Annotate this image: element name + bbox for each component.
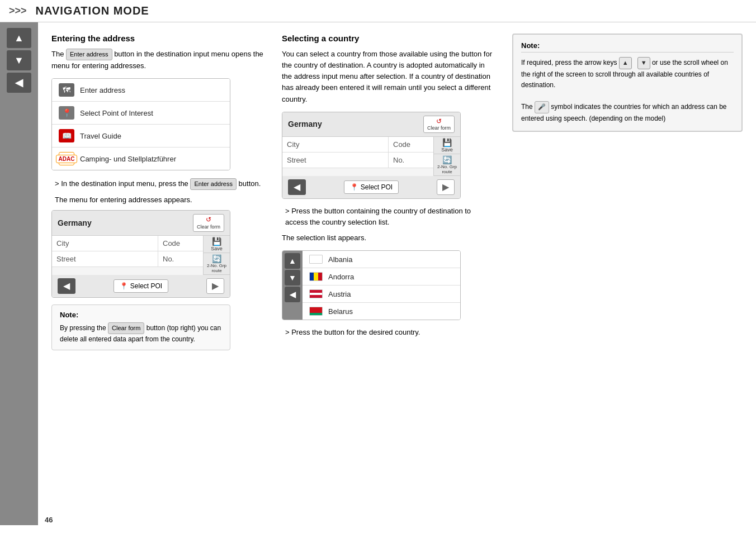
save-label: Save <box>211 246 223 251</box>
middle-nav-header: Germany ↺ Clear form <box>282 112 460 137</box>
clear-form-label: Clear form <box>197 224 220 230</box>
middle-poi-icon: 📍 <box>350 183 358 191</box>
austria-flag <box>309 289 323 298</box>
middle-save-label: Save <box>441 147 453 153</box>
belarus-flag <box>309 307 323 316</box>
left-nav-body: City Code Street No. 💾 Save <box>52 236 230 275</box>
left-select-poi-btn[interactable]: 📍 Select POI <box>114 279 168 293</box>
route-icon: 🔄 <box>212 254 221 263</box>
left-no-field[interactable]: No. <box>158 251 203 266</box>
country-list-items: Albania Andorra Austria Belarus <box>303 251 460 320</box>
left-clear-form-btn[interactable]: ↺ Clear form <box>193 214 224 231</box>
middle-body-text: You can select a country from those avai… <box>282 49 494 105</box>
middle-route-icon: 🔄 <box>442 155 452 164</box>
middle-route-btn[interactable]: 🔄 2-No. Grp route <box>434 154 460 176</box>
sidebar-up-btn[interactable]: ▲ <box>7 28 31 48</box>
right-note-line2: The 🎤 symbol indicates the countries for… <box>521 101 734 124</box>
save-icon: 💾 <box>212 237 221 246</box>
middle-route-label: 2-No. Grp route <box>435 164 459 174</box>
menu-item-adac-label: Camping- und Stellplatzführer <box>80 155 176 163</box>
arrow-up-key: ▲ <box>619 57 632 69</box>
arrow-down-key: ▼ <box>637 57 650 69</box>
left-street-row: Street No. <box>52 251 203 267</box>
start-icon: ▶ <box>212 280 219 291</box>
header-arrows: >>> <box>9 5 27 17</box>
press-button-text: button. <box>239 179 261 188</box>
menu-item-poi[interactable]: 📍 Select Point of Interest <box>52 102 230 125</box>
middle-section-title: Selecting a country <box>282 34 494 43</box>
col-right: Note: If required, press the arrow keys … <box>512 34 743 514</box>
country-list: ▲ ▼ ◀ Albania Andorra Austria <box>282 250 461 320</box>
col-middle: Selecting a country You can select a cou… <box>282 34 494 514</box>
left-nav-widget: Germany ↺ Clear form City Code Street <box>51 210 230 297</box>
left-note-box: Note: By pressing the Clear form button … <box>51 304 230 351</box>
enter-address-inline-btn[interactable]: Enter address <box>66 49 112 60</box>
left-code-field[interactable]: Code <box>158 236 203 251</box>
left-section-title: Entering the address <box>51 34 264 43</box>
andorra-name: Andorra <box>328 273 354 281</box>
menu-item-guide-label: Travel Guide <box>80 132 121 140</box>
middle-save-icon: 💾 <box>442 138 452 147</box>
country-item-austria[interactable]: Austria <box>303 285 460 303</box>
middle-clear-icon: ↺ <box>436 117 442 125</box>
middle-no-field[interactable]: No. <box>389 153 433 168</box>
poi-icon-small: 📍 <box>120 282 128 290</box>
select-poi-label: Select POI <box>130 282 162 290</box>
middle-street-row: Street No. <box>282 153 433 168</box>
left-city-row: City Code <box>52 236 203 251</box>
left-back-btn[interactable]: ◀ <box>58 278 75 294</box>
left-start-btn[interactable]: ▶ <box>206 278 224 294</box>
country-item-andorra[interactable]: Andorra <box>303 268 460 285</box>
middle-city-field[interactable]: City <box>282 137 389 152</box>
sidebar-down-btn[interactable]: ▼ <box>7 50 31 70</box>
enter-address-press-btn[interactable]: Enter address <box>190 178 236 190</box>
left-route-btn[interactable]: 🔄 2-No. Grp route <box>204 253 230 275</box>
clear-form-note-btn[interactable]: Clear form <box>108 322 144 334</box>
middle-back-btn[interactable]: ◀ <box>288 179 306 195</box>
main-layout: ▲ ▼ ◀ Entering the address The Enter add… <box>0 22 756 525</box>
clear-icon: ↺ <box>206 216 211 223</box>
left-save-btn[interactable]: 💾 Save <box>204 236 230 253</box>
country-list-down-btn[interactable]: ▼ <box>285 270 300 285</box>
country-list-back-btn[interactable]: ◀ <box>285 287 300 302</box>
middle-select-poi-btn[interactable]: 📍 Select POI <box>344 180 399 194</box>
poi-icon: 📍 <box>59 106 74 120</box>
menu-widget: 🗺 Enter address 📍 Select Point of Intere… <box>51 78 230 170</box>
menu-item-guide[interactable]: 📖 Travel Guide <box>52 125 230 147</box>
austria-name: Austria <box>328 290 351 298</box>
left-nav-fields: City Code Street No. <box>52 236 203 275</box>
middle-nav-widget: Germany ↺ Clear form City Code Street <box>282 112 461 199</box>
middle-save-btn[interactable]: 💾 Save <box>434 137 460 154</box>
page-number: 46 <box>45 516 53 524</box>
country-list-sidebar: ▲ ▼ ◀ <box>282 251 303 320</box>
middle-street-field[interactable]: Street <box>282 153 389 168</box>
nav-icon: 🗺 <box>59 83 74 97</box>
left-nav-header: Germany ↺ Clear form <box>52 211 230 235</box>
country-list-up-btn[interactable]: ▲ <box>285 253 300 269</box>
country-item-albania[interactable]: Albania <box>303 251 460 268</box>
right-note-line1: If required, press the arrow keys ▲ ▼ or… <box>521 57 734 91</box>
middle-country-label: Germany <box>288 120 322 129</box>
right-note-box: Note: If required, press the arrow keys … <box>512 34 743 132</box>
sidebar-back-btn[interactable]: ◀ <box>7 73 31 93</box>
right-note-text: If required, press the arrow keys ▲ ▼ or… <box>521 57 734 124</box>
country-item-belarus[interactable]: Belarus <box>303 303 460 320</box>
middle-code-field[interactable]: Code <box>389 137 433 152</box>
andorra-flag <box>309 272 323 281</box>
col-left: Entering the address The Enter address b… <box>51 34 264 514</box>
left-nav-side: 💾 Save 🔄 2-No. Grp route <box>203 236 230 275</box>
menu-item-enter-address[interactable]: 🗺 Enter address <box>52 79 230 102</box>
right-note-title: Note: <box>521 41 734 53</box>
adac-label: ADAC <box>56 155 78 163</box>
adac-icon: ADAC <box>59 152 74 165</box>
middle-select-poi-label: Select POI <box>361 183 393 191</box>
middle-clear-form-btn[interactable]: ↺ Clear form <box>423 116 455 133</box>
main-content: Entering the address The Enter address b… <box>38 22 756 525</box>
middle-start-btn[interactable]: ▶ <box>437 179 455 195</box>
speech-icon: 🎤 <box>535 101 549 113</box>
header-title: NAVIGATION MODE <box>36 4 149 17</box>
left-street-field[interactable]: Street <box>52 251 158 266</box>
menu-item-adac[interactable]: ADAC Camping- und Stellplatzführer <box>52 147 230 170</box>
left-city-field[interactable]: City <box>52 236 158 251</box>
left-menu-appears-text: The menu for entering addresses appears. <box>55 194 264 206</box>
